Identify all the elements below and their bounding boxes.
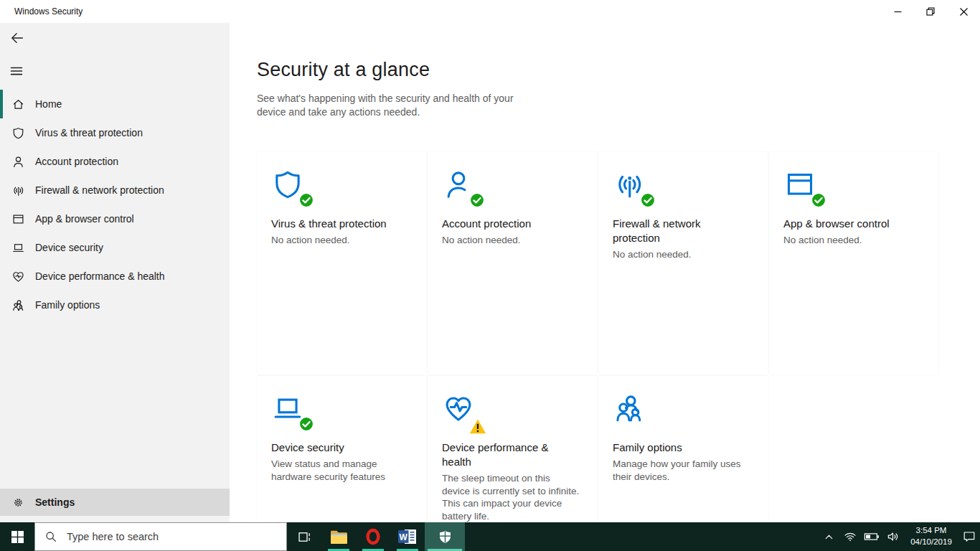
- taskbar: W: [0, 522, 980, 551]
- tile-device-performance-health[interactable]: Device performance & health The sleep ti…: [428, 376, 597, 522]
- search-icon: [44, 530, 57, 543]
- tile-title: Account protection: [442, 217, 575, 231]
- windows-start-icon: [11, 531, 24, 543]
- gear-icon: [11, 495, 25, 509]
- sidebar-item-app-browser-control[interactable]: App & browser control: [0, 204, 230, 233]
- back-button[interactable]: [6, 29, 28, 47]
- tile-status-text: No action needed.: [271, 234, 409, 247]
- opera-button[interactable]: [356, 522, 390, 551]
- task-view-button[interactable]: [287, 522, 321, 551]
- sidebar-item-label: Home: [35, 98, 62, 110]
- tile-title: Firewall & network protection: [613, 217, 745, 246]
- laptop-icon: [11, 240, 25, 255]
- tile-virus-threat-protection[interactable]: Virus & threat protection No action need…: [257, 152, 426, 375]
- status-warning-badge: [468, 416, 488, 436]
- svg-text:W: W: [400, 532, 408, 542]
- health-heart-icon: [11, 269, 25, 283]
- home-icon: [11, 97, 25, 111]
- tile-status-text: Manage how your family uses their device…: [613, 458, 750, 483]
- status-ok-badge: [298, 192, 314, 208]
- sidebar-item-label: Device security: [35, 242, 103, 253]
- file-explorer-button[interactable]: [321, 522, 356, 551]
- sidebar-item-label: Family options: [35, 299, 100, 311]
- volume-icon: [886, 529, 900, 544]
- main-content: Security at a glance See what's happenin…: [230, 23, 980, 522]
- sidebar: Home Virus & threat protection: [0, 23, 230, 522]
- tile-app-browser-control[interactable]: App & browser control No action needed.: [769, 152, 938, 375]
- sidebar-item-device-security[interactable]: Device security: [0, 233, 230, 262]
- security-tiles-grid: Virus & threat protection No action need…: [257, 152, 980, 522]
- back-arrow-icon: [9, 30, 25, 46]
- tile-title: App & browser control: [783, 217, 916, 231]
- sidebar-item-label: Account protection: [35, 156, 118, 167]
- tile-status-text: View status and manage hardware security…: [271, 458, 409, 483]
- wifi-button[interactable]: [839, 522, 861, 551]
- sidebar-item-label: Firewall & network protection: [35, 184, 164, 196]
- hamburger-menu-button[interactable]: [5, 62, 28, 80]
- search-input[interactable]: [67, 531, 260, 542]
- chevron-up-icon: [823, 531, 835, 543]
- word-button[interactable]: W: [390, 522, 425, 551]
- family-icon: [613, 392, 646, 425]
- family-icon: [11, 298, 25, 312]
- system-tray: 3:54 PM 04/10/2019: [818, 522, 980, 551]
- battery-icon: [864, 529, 880, 544]
- tile-title: Family options: [613, 441, 745, 455]
- shield-icon: [11, 126, 25, 140]
- tile-title: Device security: [271, 441, 404, 455]
- titlebar: Windows Security: [0, 0, 980, 23]
- status-ok-badge: [811, 192, 826, 208]
- close-button[interactable]: [947, 0, 980, 23]
- battery-button[interactable]: [861, 522, 882, 551]
- sidebar-item-label: App & browser control: [35, 213, 134, 225]
- sidebar-item-label: Virus & threat protection: [35, 127, 143, 138]
- tray-time: 3:54 PM: [916, 525, 947, 537]
- sidebar-item-home[interactable]: Home: [0, 90, 230, 118]
- tile-account-protection[interactable]: Account protection No action needed.: [428, 152, 597, 375]
- tile-device-security[interactable]: Device security View status and manage h…: [257, 376, 426, 522]
- minimize-button[interactable]: [881, 0, 914, 23]
- tile-status-text: No action needed.: [783, 234, 921, 247]
- action-center-icon: [962, 529, 976, 544]
- tile-status-text: No action needed.: [613, 248, 750, 261]
- restore-icon: [926, 7, 935, 16]
- sidebar-item-settings[interactable]: Settings: [0, 489, 230, 516]
- wifi-icon: [843, 529, 857, 544]
- app-body: Home Virus & threat protection: [0, 23, 980, 522]
- tray-date: 04/10/2019: [910, 537, 952, 548]
- sidebar-item-account-protection[interactable]: Account protection: [0, 147, 230, 176]
- tray-overflow-button[interactable]: [818, 522, 839, 551]
- tile-title: Virus & threat protection: [271, 217, 404, 231]
- sidebar-item-family-options[interactable]: Family options: [0, 291, 230, 319]
- action-center-button[interactable]: [958, 522, 980, 551]
- clock[interactable]: 3:54 PM 04/10/2019: [904, 522, 958, 551]
- folder-icon: [330, 529, 348, 545]
- sidebar-item-label: Device performance & health: [35, 270, 165, 282]
- status-ok-badge: [640, 192, 656, 208]
- window-controls: [881, 0, 980, 23]
- status-ok-badge: [298, 416, 314, 432]
- windows-security-taskbar-button[interactable]: [425, 522, 465, 551]
- tile-family-options[interactable]: Family options Manage how your family us…: [598, 376, 768, 522]
- sidebar-item-firewall-network-protection[interactable]: Firewall & network protection: [0, 176, 230, 204]
- security-shield-icon: [437, 529, 453, 545]
- network-icon: [11, 183, 25, 197]
- opera-icon: [364, 527, 382, 546]
- windows-security-window: Windows Security: [0, 0, 980, 551]
- taskbar-search[interactable]: [34, 522, 287, 551]
- minimize-icon: [894, 8, 902, 16]
- volume-button[interactable]: [882, 522, 904, 551]
- hamburger-icon: [9, 64, 24, 78]
- task-view-icon: [297, 529, 312, 545]
- tile-status-text: No action needed.: [442, 234, 580, 247]
- status-ok-badge: [469, 192, 485, 208]
- window-title: Windows Security: [0, 6, 83, 17]
- settings-label: Settings: [35, 496, 75, 508]
- page-subtitle: See what's happening with the security a…: [257, 92, 538, 119]
- restore-button[interactable]: [914, 0, 947, 23]
- sidebar-item-virus-threat-protection[interactable]: Virus & threat protection: [0, 118, 230, 147]
- tile-firewall-network-protection[interactable]: Firewall & network protection No action …: [598, 152, 768, 375]
- sidebar-item-device-performance-health[interactable]: Device performance & health: [0, 262, 230, 291]
- tile-status-text: The sleep timeout on this device is curr…: [442, 472, 580, 522]
- start-button[interactable]: [0, 522, 34, 551]
